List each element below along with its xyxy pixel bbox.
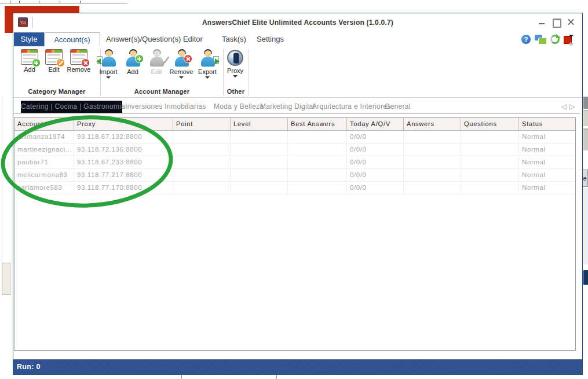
- proxy-globe-icon: [227, 50, 243, 66]
- table-row[interactable]: julimanza1974 93.118.67.132:8800 0/0/0 N…: [14, 131, 575, 143]
- category-tab-arquitectura[interactable]: Arquitectura e Interiores: [312, 101, 391, 113]
- cell-best-answers: [288, 169, 347, 181]
- accounts-table: Account Proxy Point Level Best Answers T…: [14, 117, 576, 351]
- title-bar[interactable]: Ya AnswersChief Elite Unlimited Accounts…: [13, 13, 582, 32]
- column-header-answers[interactable]: Answers: [404, 118, 461, 130]
- account-import-button[interactable]: Import: [96, 48, 120, 79]
- button-label: Add: [17, 66, 42, 73]
- column-header-status[interactable]: Status: [519, 118, 575, 130]
- cell-questions: [461, 131, 519, 143]
- background-grid-line: [181, 375, 182, 379]
- status-bar: Run: 0: [13, 359, 582, 374]
- screen: { "window": { "title": "AnswersChief Eli…: [0, 0, 588, 379]
- cell-answers: [404, 169, 461, 181]
- column-header-account[interactable]: Account: [14, 118, 74, 130]
- cell-answers: [404, 131, 461, 143]
- button-label: Proxy: [223, 67, 247, 74]
- cell-best-answers: [288, 131, 347, 143]
- category-tab-marketing[interactable]: Marketing Digital: [260, 101, 315, 113]
- tab-tasks[interactable]: Task(s): [222, 32, 246, 46]
- proxy-button[interactable]: Proxy: [223, 48, 247, 78]
- category-edit-icon: [45, 49, 63, 65]
- category-tab-catering[interactable]: Catering | Cocina | Gastronomia: [21, 101, 122, 113]
- cell-answers: [404, 182, 461, 194]
- cell-questions: [461, 182, 519, 194]
- cell-status: Normal: [519, 182, 575, 194]
- category-remove-button[interactable]: Remove: [67, 48, 91, 73]
- cell-today-aqv: 0/0/0: [347, 131, 404, 143]
- account-import-icon: [98, 49, 118, 67]
- column-header-questions[interactable]: Questions: [461, 118, 519, 130]
- dropdown-arrow-icon[interactable]: [205, 76, 210, 79]
- help-icon[interactable]: ?: [521, 35, 531, 44]
- cell-point: [173, 169, 231, 181]
- cell-level: [231, 182, 288, 194]
- account-add-icon: [123, 49, 143, 67]
- background-fragment: [583, 97, 588, 109]
- column-header-proxy[interactable]: Proxy: [74, 118, 173, 130]
- group-label-account-manager: Account Manager: [101, 88, 222, 95]
- minimize-icon[interactable]: [537, 18, 546, 26]
- table-row[interactable]: martinezignaci... 93.118.72.136:8800 0/0…: [14, 143, 575, 156]
- tab-answers-questions-editor[interactable]: Answer(s)/Question(s) Editor: [106, 32, 203, 46]
- feedback-chat-icon[interactable]: [535, 35, 546, 45]
- button-label: Remove: [169, 68, 193, 75]
- category-nav-left-icon[interactable]: ◁: [561, 102, 567, 111]
- table-row[interactable]: carlamore583 93.118.77.170:8800 0/0/0 No…: [14, 182, 575, 194]
- cell-today-aqv: 0/0/0: [347, 169, 404, 181]
- button-label: Export: [195, 68, 220, 75]
- cell-point: [173, 143, 231, 156]
- update-refresh-icon[interactable]: [550, 35, 560, 44]
- cell-level: [231, 156, 288, 168]
- category-tab-general[interactable]: General: [385, 101, 411, 113]
- table-row[interactable]: melicarmona83 93.118.77.217:8800 0/0/0 N…: [14, 169, 575, 182]
- cell-questions: [461, 143, 519, 156]
- cell-proxy: 93.118.67.132:8800: [74, 131, 173, 143]
- account-remove-button[interactable]: Remove: [169, 48, 193, 79]
- cell-answers: [404, 143, 461, 156]
- category-edit-button[interactable]: Edit: [42, 48, 66, 73]
- table-header-row: Account Proxy Point Level Best Answers T…: [14, 118, 575, 131]
- cell-proxy: 93.118.77.217:8800: [74, 169, 173, 181]
- ribbon-tab-strip: Style Account(s) Answer(s)/Question(s) E…: [13, 32, 582, 46]
- tab-style[interactable]: Style: [14, 32, 44, 46]
- cell-proxy: 93.118.67.233:8800: [74, 156, 173, 168]
- column-header-today-aqv[interactable]: Today A/Q/V: [347, 118, 404, 130]
- category-tab-moda[interactable]: Moda y Belleza: [214, 101, 264, 113]
- category-nav-right-icon[interactable]: ▷: [569, 102, 575, 111]
- column-header-point[interactable]: Point: [173, 118, 231, 130]
- account-export-icon: [198, 49, 217, 67]
- button-label: Add: [120, 68, 145, 75]
- close-icon[interactable]: [566, 18, 575, 26]
- background-left-line: [2, 95, 2, 259]
- cell-account: martinezignaci...: [14, 143, 74, 156]
- dropdown-arrow-icon[interactable]: [106, 76, 111, 79]
- button-label: Remove: [67, 66, 91, 73]
- button-label: Edit: [144, 68, 169, 75]
- tab-accounts[interactable]: Account(s): [44, 32, 100, 46]
- cell-today-aqv: 0/0/0: [347, 143, 404, 156]
- skin-menu-icon[interactable]: [564, 35, 574, 45]
- background-ruler: [0, 0, 127, 3]
- category-remove-icon: [70, 49, 87, 65]
- cell-level: [231, 143, 288, 156]
- background-fragment: [583, 110, 588, 126]
- ribbon-toolbar: Add Edit Remove Category Manager Import: [13, 46, 582, 98]
- table-row[interactable]: paubar71 93.118.67.233:8800 0/0/0 Normal: [14, 156, 575, 169]
- category-add-button[interactable]: Add: [17, 48, 42, 73]
- dropdown-arrow-icon[interactable]: [233, 75, 238, 78]
- account-edit-icon: [147, 49, 166, 67]
- column-header-best-answers[interactable]: Best Answers: [288, 118, 347, 130]
- tab-settings[interactable]: Settings: [257, 32, 284, 46]
- column-header-level[interactable]: Level: [231, 118, 288, 130]
- cell-account: julimanza1974: [14, 131, 74, 143]
- category-tab-inversiones[interactable]: Inversiones Inmobiliarias: [125, 101, 206, 113]
- group-separator: [249, 49, 249, 95]
- dropdown-arrow-icon[interactable]: [179, 76, 184, 79]
- app-window: Ya AnswersChief Elite Unlimited Accounts…: [13, 13, 583, 375]
- account-edit-button-disabled: Edit: [144, 48, 169, 75]
- maximize-icon[interactable]: [552, 18, 561, 26]
- background-fragment: [583, 188, 588, 264]
- account-export-button[interactable]: Export: [195, 48, 220, 79]
- account-add-button[interactable]: Add: [120, 48, 145, 75]
